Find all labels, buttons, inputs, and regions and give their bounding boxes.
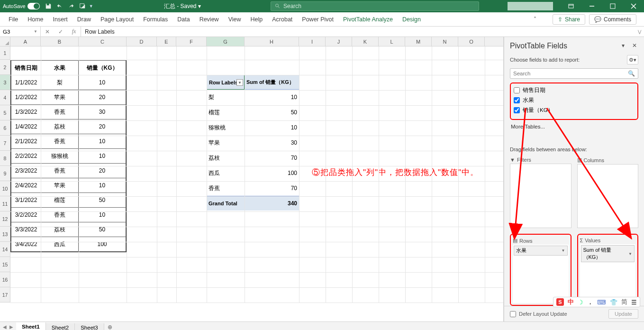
col-header-O[interactable]: O [458, 37, 485, 46]
field-checkbox[interactable] [514, 107, 520, 113]
formula-input[interactable]: Row Labels [81, 27, 635, 37]
tab-help[interactable]: Help [246, 13, 268, 26]
row-header-4[interactable]: 4 [0, 90, 10, 105]
tab-formulas[interactable]: Formulas [138, 13, 172, 26]
field-item[interactable]: 销售日期 [513, 85, 635, 95]
row-header-3[interactable]: 3 [0, 75, 10, 90]
col-header-G[interactable]: G [207, 37, 245, 46]
col-header-B[interactable]: B [41, 37, 79, 46]
row-header-5[interactable]: 5 [0, 105, 10, 120]
row-header-7[interactable]: 7 [0, 136, 10, 151]
row-header-14[interactable]: 14 [0, 242, 10, 257]
tab-power-pivot[interactable]: Power Pivot [297, 13, 338, 26]
values-item[interactable]: Sum of 销量（KG）▼ [581, 245, 635, 262]
tab-page-layout[interactable]: Page Layout [96, 13, 138, 26]
ime-keyboard-icon[interactable]: ⌨ [597, 299, 606, 306]
tab-home[interactable]: Home [23, 13, 48, 26]
row-header-2[interactable]: 2 [0, 60, 10, 75]
gear-icon[interactable]: ⚙▾ [627, 55, 638, 64]
sheet-tab-1[interactable]: Sheet1 [16, 322, 46, 330]
tab-insert[interactable]: Insert [48, 13, 73, 26]
search-box[interactable] [271, 1, 479, 11]
tab-view[interactable]: View [224, 13, 246, 26]
col-header-D[interactable]: D [127, 37, 157, 46]
row-header-11[interactable]: 11 [0, 196, 10, 211]
field-item[interactable]: 水果 [513, 95, 635, 105]
col-header-M[interactable]: M [405, 37, 432, 46]
col-header-N[interactable]: N [432, 37, 458, 46]
filters-dropzone[interactable] [510, 164, 571, 228]
select-all-button[interactable] [0, 37, 10, 46]
values-dropzone[interactable]: Sum of 销量（KG）▼ [580, 244, 636, 303]
share-button[interactable]: ⇧Share [553, 14, 585, 25]
ribbon-display-options-icon[interactable] [561, 0, 581, 12]
sheet-tab-2[interactable]: Sheet2 [46, 323, 75, 330]
row-header-17[interactable]: 17 [0, 287, 10, 302]
ime-menu-icon[interactable]: ☰ [631, 299, 637, 306]
row-header-13[interactable]: 13 [0, 227, 10, 242]
area-columns[interactable]: ▥Columns [577, 156, 639, 228]
col-header-J[interactable]: J [326, 37, 352, 46]
collapse-ribbon-icon[interactable]: ˄ [531, 16, 539, 23]
more-tables-link[interactable]: More Tables... [504, 120, 644, 133]
tab-acrobat[interactable]: Acrobat [267, 13, 297, 26]
col-header-K[interactable]: K [352, 37, 379, 46]
toggle-switch[interactable] [27, 3, 40, 9]
ime-moon-icon[interactable]: ☽ [578, 299, 583, 306]
search-input[interactable] [283, 3, 475, 9]
tab-pivottable-analyze[interactable]: PivotTable Analyze [338, 13, 398, 26]
rows-dropzone[interactable]: 水果▼ [513, 245, 569, 303]
cancel-formula-icon[interactable]: ✕ [41, 28, 54, 35]
columns-dropzone[interactable] [577, 164, 639, 228]
area-filters[interactable]: ▼Filters [510, 156, 571, 228]
tab-design[interactable]: Design [398, 13, 426, 26]
ime-logo-icon[interactable]: S [556, 298, 564, 306]
update-button[interactable]: Update [608, 309, 638, 319]
field-checkbox[interactable] [514, 97, 520, 103]
row-header-10[interactable]: 10 [0, 181, 10, 196]
tab-review[interactable]: Review [195, 13, 224, 26]
redo-icon[interactable] [65, 1, 77, 11]
ime-toolbar[interactable]: S 中 ☽ ， ⌨ 👕 简 ☰ [553, 297, 640, 307]
qat-dropdown-icon[interactable]: ▼ [89, 4, 93, 9]
comments-button[interactable]: 💬Comments [589, 14, 636, 25]
chevron-down-icon[interactable]: ▼ [562, 248, 565, 253]
autosave-toggle[interactable]: AutoSave [0, 0, 43, 12]
tab-draw[interactable]: Draw [73, 13, 96, 26]
ime-softkbd-icon[interactable]: 👕 [610, 299, 617, 306]
fields-search-input[interactable] [513, 71, 628, 76]
fields-search[interactable]: 🔍 [510, 68, 638, 79]
enter-formula-icon[interactable]: ✓ [54, 28, 67, 35]
col-header-F[interactable]: F [176, 37, 207, 46]
row-header-8[interactable]: 8 [0, 151, 10, 166]
row-header-12[interactable]: 12 [0, 211, 10, 227]
expand-formula-bar-icon[interactable]: ⋁ [635, 27, 644, 37]
rows-item[interactable]: 水果▼ [514, 246, 568, 256]
add-sheet-button[interactable]: ⊕ [104, 322, 116, 330]
sheet-nav-prev-icon[interactable]: ◀ [3, 324, 7, 330]
worksheet-grid[interactable]: A B C D E F G H I J K L M N O 1234567891… [0, 37, 504, 321]
row-header-1[interactable]: 1 [0, 46, 10, 60]
col-header-C[interactable]: C [79, 37, 127, 46]
ime-punct-icon[interactable]: ， [587, 298, 593, 306]
ime-mode-zhong[interactable]: 中 [568, 298, 574, 306]
name-box-dropdown-icon[interactable]: ▼ [34, 29, 37, 34]
user-account[interactable] [508, 2, 553, 10]
pane-close-icon[interactable]: ✕ [631, 42, 638, 50]
field-checkbox[interactable] [514, 87, 520, 93]
col-header-A[interactable]: A [10, 37, 41, 46]
area-values[interactable]: ΣValues Sum of 销量（KG）▼ [577, 234, 639, 306]
col-header-E[interactable]: E [157, 37, 176, 46]
qat-more-icon[interactable] [77, 1, 88, 11]
minimize-icon[interactable] [581, 0, 602, 12]
row-header-16[interactable]: 16 [0, 272, 10, 287]
tab-data[interactable]: Data [172, 13, 194, 26]
sheet-tab-3[interactable]: Sheet3 [75, 323, 104, 330]
row-header-9[interactable]: 9 [0, 166, 10, 181]
fx-icon[interactable]: fx [67, 28, 81, 35]
maximize-icon[interactable] [602, 0, 623, 12]
col-header-H[interactable]: H [245, 37, 299, 46]
col-header-L[interactable]: L [379, 37, 405, 46]
save-icon[interactable] [43, 1, 54, 11]
pivot-row-labels-header[interactable]: Row Labels ▼ [207, 75, 245, 90]
